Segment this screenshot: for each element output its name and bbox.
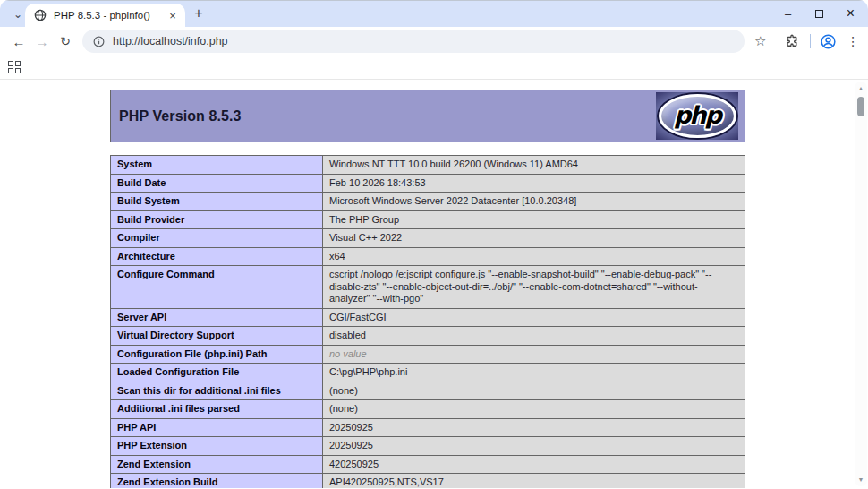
info-table-body: SystemWindows NT TTT 10.0 build 26200 (W… [111,156,745,489]
table-row: PHP API20250925 [111,418,745,437]
table-row: Architecturex64 [111,247,745,266]
table-row: Additional .ini files parsed(none) [111,400,745,419]
table-row: SystemWindows NT TTT 10.0 build 26200 (W… [111,156,745,175]
row-label: Virtual Directory Support [111,327,323,346]
row-value: Microsoft Windows Server 2022 Datacenter… [323,193,745,211]
table-row: CompilerVisual C++ 2022 [111,229,745,248]
row-value: disabled [323,327,745,346]
row-label: Loaded Configuration File [111,364,323,382]
reload-icon: ↻ [60,34,71,48]
row-value: 420250925 [323,455,745,474]
apps-grid-icon[interactable] [8,61,21,73]
toolbar-divider [810,34,811,48]
back-button[interactable]: ← [7,30,30,53]
close-window-button[interactable]: × [835,0,866,27]
table-row: PHP Extension20250925 [111,437,745,456]
row-label: Build System [111,193,323,211]
table-row: Build DateFeb 10 2026 18:43:53 [111,174,745,193]
toolbar: ← → ↻ http://localhost/info.php ☆ [0,27,868,56]
row-label: Additional .ini files parsed [111,400,323,419]
scroll-up-icon[interactable]: ▲ [855,85,867,91]
row-label: Zend Extension [111,455,323,474]
row-label: System [111,156,323,175]
table-row: Loaded Configuration FileC:\pg\PHP\php.i… [111,364,745,382]
phpinfo-header: PHP Version 8.5.3 php [110,90,745,142]
maximize-button[interactable] [804,0,835,27]
new-tab-button[interactable]: + [191,5,207,21]
php-logo-text: php [674,101,720,132]
row-label: Configuration File (php.ini) Path [111,345,323,364]
table-row: Zend Extension420250925 [111,455,745,474]
row-value: CGI/FastCGI [323,308,745,327]
site-info-icon[interactable] [93,36,105,47]
bookmarks-bar [0,56,868,80]
phpinfo-content: PHP Version 8.5.3 php SystemWindows NT T… [110,90,745,488]
address-bar[interactable]: http://localhost/info.php [82,30,745,53]
row-value: (none) [323,382,745,400]
profile-avatar-icon[interactable] [819,33,838,50]
table-row: Server APICGI/FastCGI [111,308,745,327]
url-text[interactable]: http://localhost/info.php [113,35,228,47]
table-row: Build ProviderThe PHP Group [111,210,745,229]
row-value: Feb 10 2026 18:43:53 [323,174,745,193]
row-value: (none) [323,400,745,419]
row-value: no value [323,345,745,364]
scrollbar-thumb[interactable] [857,97,864,116]
extensions-icon[interactable] [782,33,801,49]
row-value: x64 [323,247,745,266]
window-controls: – × [772,0,866,27]
row-value: Visual C++ 2022 [323,229,745,248]
globe-favicon-icon [34,9,47,21]
tab-close-icon[interactable]: × [166,8,180,22]
row-value: C:\pg\PHP\php.ini [323,364,745,382]
row-value: Windows NT TTT 10.0 build 26200 (Windows… [323,156,745,175]
bookmark-star-icon[interactable]: ☆ [751,33,770,49]
tab-title: PHP 8.5.3 - phpinfo() [54,10,166,21]
scroll-down-icon[interactable]: ▼ [855,476,867,483]
table-row: Configure Commandcscript /nologo /e:jscr… [111,266,745,309]
php-logo-ellipse: php [659,94,736,138]
active-tab[interactable]: PHP 8.5.3 - phpinfo() × [25,4,185,27]
row-label: Compiler [111,229,323,248]
forward-button[interactable]: → [30,30,54,53]
row-label: PHP API [111,418,323,437]
row-value: 20250925 [323,437,745,456]
phpinfo-table: SystemWindows NT TTT 10.0 build 26200 (W… [110,155,745,488]
row-label: Configure Command [111,266,323,309]
page-scrollbar[interactable]: ▲ ▼ [855,82,867,486]
page-title: PHP Version 8.5.3 [119,108,242,124]
row-label: Scan this dir for additional .ini files [111,382,323,400]
kebab-menu-icon[interactable]: ⋮ [845,34,861,48]
row-label: Build Provider [111,210,323,229]
table-row: Zend Extension BuildAPI420250925,NTS,VS1… [111,474,745,489]
row-label: PHP Extension [111,437,323,456]
browser-window: ⌄ PHP 8.5.3 - phpinfo() × + – × ← → ↻ [0,0,868,489]
row-label: Zend Extension Build [111,474,323,489]
page-viewport: PHP Version 8.5.3 php SystemWindows NT T… [0,80,868,488]
table-row: Configuration File (php.ini) Pathno valu… [111,345,745,364]
row-label: Architecture [111,247,323,266]
php-logo: php [656,92,738,140]
row-value: cscript /nologo /e:jscript configure.js … [323,266,745,309]
chevron-down-icon: ⌄ [13,8,22,21]
minimize-button[interactable]: – [772,0,804,27]
table-row: Build SystemMicrosoft Windows Server 202… [111,193,745,211]
row-value: API420250925,NTS,VS17 [323,474,745,489]
row-value: 20250925 [323,418,745,437]
table-row: Scan this dir for additional .ini files(… [111,382,745,400]
maximize-icon [815,10,823,18]
reload-button[interactable]: ↻ [54,30,77,53]
table-row: Virtual Directory Supportdisabled [111,327,745,346]
row-label: Build Date [111,174,323,193]
row-label: Server API [111,308,323,327]
titlebar: ⌄ PHP 8.5.3 - phpinfo() × + – × [0,0,868,27]
row-value: The PHP Group [323,210,745,229]
